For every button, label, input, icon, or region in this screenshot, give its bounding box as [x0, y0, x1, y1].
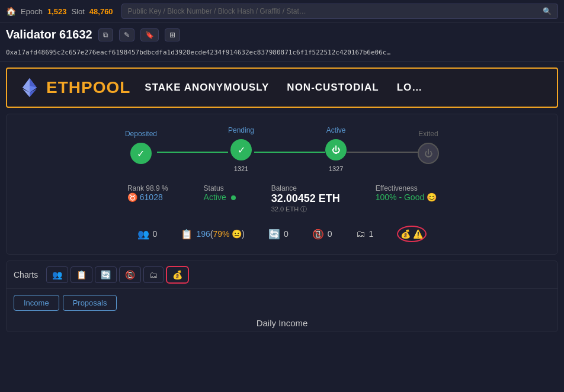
- subtab-income[interactable]: Income: [14, 295, 59, 311]
- proposals-icon: 🗂: [356, 229, 366, 239]
- bookmark-button[interactable]: 🔖: [140, 28, 159, 41]
- attest-attestations: 📋 196(79% 😐): [181, 229, 245, 240]
- banner-name: ETHPOOL: [46, 78, 130, 97]
- sync-icon: 🔄: [268, 229, 280, 240]
- status-value: Active: [204, 192, 236, 202]
- slashings-count: 0: [328, 229, 332, 239]
- home-icon[interactable]: 🏠: [6, 7, 16, 16]
- copy-button[interactable]: ⧉: [98, 28, 113, 41]
- attest-income-circled: 💰 ⚠️: [397, 226, 427, 242]
- banner-tag3: LO…: [397, 82, 423, 94]
- proposals-count: 1: [369, 229, 374, 239]
- tab-income-icon[interactable]: 💰: [166, 266, 189, 284]
- step-exited: Exited ⏻: [418, 130, 439, 169]
- slot-label: Slot: [71, 7, 84, 16]
- step-pending-label: Pending: [228, 126, 254, 134]
- connector-1: [157, 152, 228, 153]
- step-pending-number: 1321: [234, 165, 248, 172]
- top-bar: 🏠 Epoch 1,523 Slot 48,760 Public Key / B…: [0, 0, 564, 23]
- validators-icon: 👥: [137, 229, 149, 240]
- sync-count: 0: [284, 229, 289, 239]
- search-placeholder: Public Key / Block Number / Block Hash /…: [128, 7, 306, 15]
- income-warning-icon: ⚠️: [413, 229, 423, 239]
- income-icon: 💰: [400, 229, 411, 239]
- epoch-label: Epoch: [21, 7, 43, 16]
- step-deposited-label: Deposited: [125, 130, 157, 138]
- tab-proposals-icon[interactable]: 🗂: [143, 266, 164, 283]
- stat-status: Status Active: [204, 184, 236, 214]
- attest-sync: 🔄 0: [268, 229, 289, 240]
- banner-tag1: STAKE ANONYMOUSLY: [145, 82, 269, 94]
- epoch-slot-info: 🏠 Epoch 1,523 Slot 48,760: [6, 7, 113, 16]
- slashings-icon: 📵: [312, 229, 324, 240]
- slot-value: 48,760: [89, 7, 113, 16]
- stat-rank: Rank 98.9 % ♉ 61028: [127, 184, 168, 214]
- step-pending: Pending ✓ 1321: [228, 126, 254, 172]
- tab-slashings-icon[interactable]: 📵: [119, 266, 141, 283]
- tab-sync-icon[interactable]: 🔄: [95, 266, 117, 283]
- attestations-icon: 📋: [181, 229, 193, 240]
- progress-row: Deposited ✓ Pending ✓ 1321 Active ⏻ 1327…: [18, 126, 546, 172]
- search-bar[interactable]: Public Key / Block Number / Block Hash /…: [121, 4, 558, 19]
- balance-sub: 32.0 ETH ⓘ: [271, 205, 340, 214]
- stat-balance: Balance 32.00452 ETH 32.0 ETH ⓘ: [271, 184, 340, 214]
- qr-button[interactable]: ⊞: [165, 28, 180, 41]
- stat-effectiveness: Effectiveness 100% - Good 😊: [376, 184, 437, 214]
- status-label: Status: [204, 184, 236, 192]
- attest-proposals: 🗂 1: [356, 229, 374, 239]
- status-dot: [231, 195, 236, 200]
- step-exited-circle: ⏻: [418, 143, 439, 164]
- stats-row: Rank 98.9 % ♉ 61028 Status Active Balanc…: [18, 184, 546, 214]
- rank-label: Rank 98.9 %: [127, 184, 168, 192]
- status-section: Deposited ✓ Pending ✓ 1321 Active ⏻ 1327…: [6, 114, 558, 255]
- connector-3: [347, 152, 418, 153]
- epoch-value: 1,523: [47, 7, 67, 16]
- attest-row: 👥 0 📋 196(79% 😐) 🔄 0 📵 0 🗂 1 💰 ⚠️: [18, 226, 546, 242]
- step-active-circle: ⏻: [325, 139, 347, 160]
- rank-value: ♉ 61028: [127, 192, 168, 202]
- step-deposited: Deposited ✓: [125, 130, 157, 169]
- attest-validators: 👥 0: [137, 229, 158, 240]
- eth-diamond-icon: [19, 77, 40, 98]
- effectiveness-value: 100% - Good 😊: [376, 192, 437, 202]
- step-active-label: Active: [326, 126, 346, 134]
- charts-label: Charts: [14, 270, 38, 279]
- ethpool-banner[interactable]: ETHPOOL STAKE ANONYMOUSLY NON-CUSTODIAL …: [6, 68, 558, 108]
- search-icon: 🔍: [543, 7, 552, 15]
- step-exited-label: Exited: [418, 130, 438, 138]
- validator-address: 0xa17afd48695c2c657e276eacf6198457bdbcdf…: [6, 49, 390, 56]
- balance-label: Balance: [271, 184, 340, 192]
- validator-title: Validator 61632: [6, 28, 92, 41]
- connector-2: [254, 152, 325, 153]
- chart-title: Daily Income: [7, 311, 557, 332]
- income-circled: 💰 ⚠️: [397, 226, 427, 242]
- sub-tabs: Income Proposals: [7, 289, 557, 311]
- step-deposited-circle: ✓: [130, 143, 152, 164]
- address-bar: 0xa17afd48695c2c657e276eacf6198457bdbcdf…: [0, 46, 564, 62]
- balance-info-icon[interactable]: ⓘ: [300, 205, 307, 213]
- tabs-section: Charts 👥 📋 🔄 📵 🗂 💰 Income Proposals Dail…: [6, 261, 558, 332]
- step-pending-circle: ✓: [230, 139, 252, 160]
- banner-tagline: STAKE ANONYMOUSLY NON-CUSTODIAL LO…: [145, 82, 422, 94]
- balance-value: 32.00452 ETH: [271, 192, 340, 205]
- tab-attestations-icon[interactable]: 📋: [70, 266, 92, 283]
- tab-validators-icon[interactable]: 👥: [46, 266, 68, 283]
- validators-count: 0: [153, 229, 158, 239]
- tabs-bar: Charts 👥 📋 🔄 📵 🗂 💰: [7, 261, 557, 289]
- subtab-proposals[interactable]: Proposals: [63, 295, 117, 311]
- attestations-count: 196(79% 😐): [196, 229, 245, 239]
- banner-logo: ETHPOOL: [19, 77, 130, 98]
- step-active: Active ⏻ 1327: [325, 126, 347, 172]
- validator-header: Validator 61632 ⧉ ✎ 🔖 ⊞: [0, 23, 564, 46]
- step-active-number: 1327: [329, 165, 343, 172]
- edit-button[interactable]: ✎: [119, 28, 134, 41]
- effectiveness-label: Effectiveness: [376, 184, 437, 192]
- attest-slashings: 📵 0: [312, 229, 332, 240]
- banner-tag2: NON-CUSTODIAL: [287, 82, 379, 94]
